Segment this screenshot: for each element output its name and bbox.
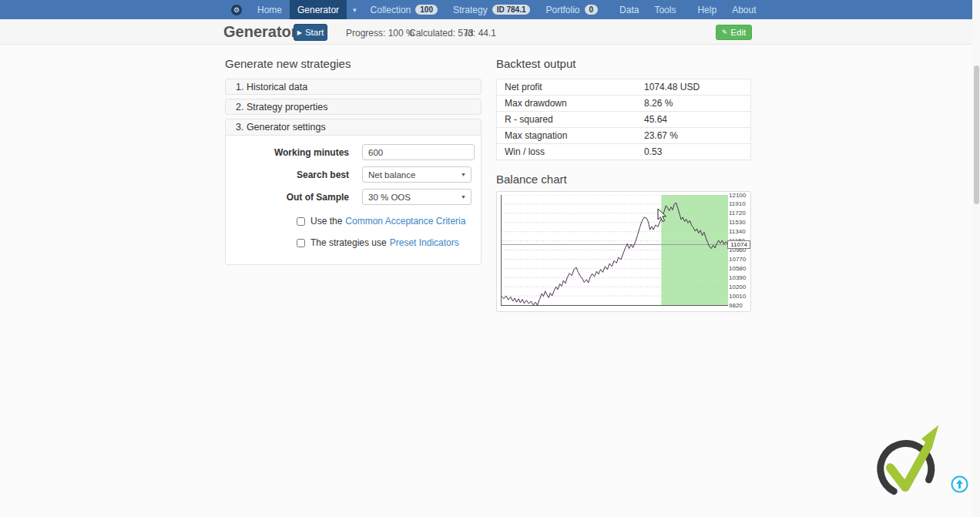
accordion-strategy-properties[interactable]: 2. Strategy properties bbox=[225, 99, 482, 115]
table-row: Net profit 1074.48 USD bbox=[497, 79, 751, 96]
y-axis-tick: 12100 bbox=[729, 192, 750, 199]
accordion-generator-settings: 3. Generator settings Working minutes Se… bbox=[225, 119, 482, 265]
top-navbar: ⚙ Home Generator ▾ Collection 100 Strate… bbox=[0, 0, 980, 19]
nav-item-generator[interactable]: Generator bbox=[290, 0, 347, 19]
gear-icon: ⚙ bbox=[231, 5, 242, 15]
scrollbar-thumb[interactable] bbox=[974, 65, 979, 204]
app-icon-button[interactable]: ⚙ bbox=[223, 0, 250, 19]
y-axis-tick: 11340 bbox=[729, 228, 750, 235]
run-id-status: Id: 44.1 bbox=[465, 28, 496, 39]
backtest-output-table: Net profit 1074.48 USD Max drawdown 8.26… bbox=[496, 79, 751, 160]
page-header: Generator ▶ Start Progress: 100 % Calcul… bbox=[0, 19, 980, 45]
nav-item-collection[interactable]: Collection 100 bbox=[363, 0, 445, 19]
page-title: Generator bbox=[223, 23, 297, 41]
acceptance-criteria-checkbox[interactable] bbox=[297, 217, 305, 226]
progress-status: Progress: 100 % bbox=[346, 28, 414, 39]
balance-curve bbox=[502, 195, 728, 305]
scroll-to-top-button[interactable] bbox=[951, 475, 968, 493]
table-row: Max stagnation 23.67 % bbox=[497, 128, 751, 144]
y-axis-tick: 10580 bbox=[729, 265, 750, 272]
nav-item-help[interactable]: Help bbox=[690, 0, 724, 19]
select-caret-icon: ▼ bbox=[461, 172, 466, 177]
y-axis-tick: 11910 bbox=[729, 200, 750, 207]
nav-item-strategy[interactable]: Strategy ID 784.1 bbox=[445, 0, 539, 19]
working-minutes-input[interactable] bbox=[362, 144, 475, 160]
strategy-id-badge: ID 784.1 bbox=[492, 5, 531, 15]
generator-dropdown-toggle[interactable]: ▾ bbox=[347, 0, 363, 19]
y-axis-tick: 11530 bbox=[729, 219, 750, 226]
y-axis-tick: 10200 bbox=[729, 284, 750, 290]
nav-item-tools[interactable]: Tools bbox=[646, 0, 683, 19]
collection-count-badge: 100 bbox=[415, 5, 438, 15]
out-of-sample-label: Out of Sample bbox=[235, 192, 349, 203]
edit-button[interactable]: ✎ Edit bbox=[716, 25, 752, 40]
table-row: Max drawdown 8.26 % bbox=[497, 96, 751, 112]
y-axis-tick: 10770 bbox=[729, 256, 750, 263]
y-axis-tick: 10010 bbox=[729, 293, 750, 300]
working-minutes-label: Working minutes bbox=[235, 147, 349, 158]
ea-studio-logo bbox=[873, 424, 942, 502]
search-best-select[interactable]: Net balance ▼ bbox=[362, 166, 472, 183]
generator-settings-body: Working minutes Search best Net balance … bbox=[226, 136, 481, 264]
play-icon: ▶ bbox=[297, 29, 302, 36]
search-best-label: Search best bbox=[235, 170, 349, 180]
generate-strategies-panel: Generate new strategies 1. Historical da… bbox=[225, 57, 482, 265]
preset-indicators-checkbox[interactable] bbox=[297, 239, 305, 247]
y-axis-tick: 9820 bbox=[729, 302, 750, 309]
acceptance-criteria-link[interactable]: Common Acceptance Criteria bbox=[345, 216, 465, 227]
y-axis-tick: 11720 bbox=[729, 210, 750, 217]
y-axis-tick: 10390 bbox=[729, 274, 750, 281]
portfolio-count-badge: 0 bbox=[585, 5, 599, 15]
nav-item-portfolio[interactable]: Portfolio 0 bbox=[538, 0, 606, 19]
backtest-panel: Backtest output Net profit 1074.48 USD M… bbox=[496, 57, 751, 312]
mouse-cursor bbox=[657, 208, 667, 223]
chevron-down-icon: ▾ bbox=[353, 6, 357, 14]
out-of-sample-select[interactable]: 30 % OOS ▼ bbox=[362, 189, 472, 205]
select-caret-icon: ▼ bbox=[461, 194, 466, 200]
vertical-scrollbar[interactable] bbox=[972, 0, 980, 517]
accordion-generator-settings-header[interactable]: 3. Generator settings bbox=[226, 119, 481, 136]
table-row: R - squared 45.64 bbox=[497, 112, 751, 128]
current-balance-badge: 11074 bbox=[727, 240, 750, 249]
nav-item-about[interactable]: About bbox=[724, 0, 764, 19]
accordion-historical-data[interactable]: 1. Historical data bbox=[225, 79, 482, 95]
generate-strategies-heading: Generate new strategies bbox=[225, 57, 482, 70]
balance-chart-plot bbox=[501, 195, 728, 306]
balance-chart-heading: Balance chart bbox=[496, 173, 751, 186]
table-row: Win / loss 0.53 bbox=[497, 144, 751, 160]
nav-item-data[interactable]: Data bbox=[612, 0, 646, 19]
calculated-status: Calculated: 573 bbox=[409, 28, 473, 39]
backtest-output-heading: Backtest output bbox=[496, 57, 751, 70]
nav-item-home[interactable]: Home bbox=[250, 0, 290, 19]
start-button[interactable]: ▶ Start bbox=[294, 24, 327, 41]
balance-chart: 1210011910117201153011340111501096010770… bbox=[496, 191, 751, 312]
pencil-icon: ✎ bbox=[722, 29, 728, 36]
preset-indicators-link[interactable]: Preset Indicators bbox=[390, 237, 459, 248]
